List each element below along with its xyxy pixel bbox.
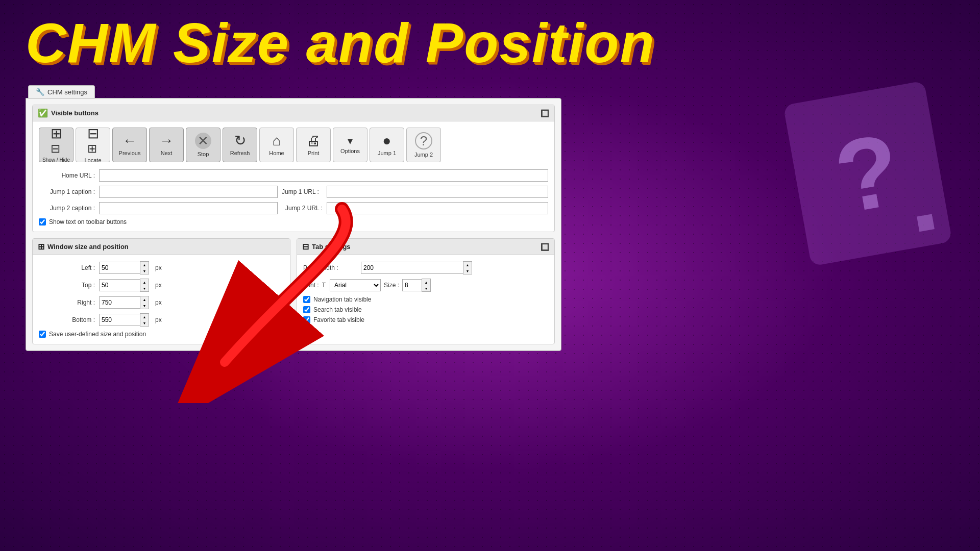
tab-settings-expand[interactable]: 🔲 — [541, 243, 549, 251]
bottom-spinbox-btns: ▲ ▼ — [140, 313, 149, 327]
right-label: Right : — [39, 299, 95, 306]
panel-width-input[interactable]: 200 — [361, 262, 463, 274]
btn-jump2-label: Jump 2 — [414, 152, 433, 158]
btn-options-label: Options — [340, 148, 360, 154]
font-size-up-btn[interactable]: ▲ — [422, 279, 430, 285]
previous-icon: ← — [122, 134, 137, 148]
save-position-label: Save user-defined size and position — [49, 331, 146, 338]
tab-icon: 🔧 — [36, 88, 44, 96]
right-px: px — [155, 299, 162, 306]
top-input[interactable]: 50 — [99, 279, 140, 291]
show-text-checkbox[interactable] — [39, 218, 46, 226]
decoration-square — [917, 214, 935, 232]
btn-previous-label: Previous — [119, 150, 141, 156]
btn-previous[interactable]: ← Previous — [112, 128, 147, 162]
save-position-checkbox[interactable] — [39, 331, 46, 338]
jump1-icon: ● — [383, 134, 391, 148]
search-tab-row: Search tab visible — [303, 306, 548, 313]
panel-width-up-btn[interactable]: ▲ — [463, 262, 472, 268]
left-up-btn[interactable]: ▲ — [140, 262, 149, 268]
jump1-url-input[interactable] — [327, 186, 548, 198]
favorite-tab-row: Favorite tab visible — [303, 316, 548, 323]
bottom-up-btn[interactable]: ▲ — [140, 314, 149, 320]
navigation-tab-checkbox[interactable] — [303, 296, 310, 303]
show-text-row: Show text on toolbar buttons — [39, 218, 548, 226]
right-input[interactable]: 750 — [99, 296, 140, 309]
left-input[interactable]: 50 — [99, 262, 140, 274]
search-tab-label: Search tab visible — [313, 306, 362, 313]
panel-width-spinbox-btns: ▲ ▼ — [463, 261, 472, 274]
home-url-input[interactable] — [99, 169, 548, 182]
tab-settings-body: Panel width : 200 ▲ ▼ Font : T — [297, 255, 554, 330]
btn-refresh[interactable]: ↻ Refresh — [223, 128, 257, 162]
window-size-header: ⊞ Window size and position — [33, 239, 290, 255]
btn-locate-label: Locate — [84, 157, 101, 163]
font-label: Font : — [303, 282, 319, 289]
favorite-tab-label: Favorite tab visible — [313, 316, 364, 323]
bottom-input[interactable]: 550 — [99, 314, 140, 326]
jump1-caption-input[interactable] — [99, 186, 278, 198]
tab-settings-title: ⊟ Tab settings — [302, 242, 351, 252]
btn-jump1[interactable]: ● Jump 1 — [370, 128, 404, 162]
btn-locate[interactable]: ⊟⊞ Locate — [76, 128, 110, 162]
window-size-body: Left : 50 ▲ ▼ px Top : — [33, 255, 290, 344]
jump2-url-input[interactable] — [327, 202, 548, 214]
stop-icon: ✕ — [195, 133, 211, 149]
top-up-btn[interactable]: ▲ — [140, 279, 149, 285]
right-spinbox-btns: ▲ ▼ — [140, 296, 149, 309]
print-icon: 🖨 — [306, 134, 321, 148]
font-size-spinbox: ▲ ▼ — [402, 279, 431, 292]
btn-print-label: Print — [308, 150, 320, 156]
jump2-url-label: Jump 2 URL : — [282, 205, 323, 212]
btn-show-hide[interactable]: ⊞⊟ Show / Hide — [39, 128, 74, 162]
right-down-btn[interactable]: ▼ — [140, 303, 149, 309]
panel-width-row: Panel width : 200 ▲ ▼ — [303, 261, 548, 274]
bottom-down-btn[interactable]: ▼ — [140, 320, 149, 326]
left-down-btn[interactable]: ▼ — [140, 268, 149, 274]
btn-stop-label: Stop — [198, 151, 209, 157]
visible-buttons-body: ⊞⊟ Show / Hide ⊟⊞ Locate ← Previous — [33, 121, 554, 232]
search-tab-checkbox[interactable] — [303, 306, 310, 313]
top-spinbox: 50 ▲ ▼ — [99, 279, 149, 292]
right-up-btn[interactable]: ▲ — [140, 296, 149, 303]
btn-next[interactable]: → Next — [149, 128, 184, 162]
visible-buttons-header: ✅ Visible buttons 🔲 — [33, 105, 554, 121]
home-icon: ⌂ — [273, 134, 281, 148]
jump2-caption-input[interactable] — [99, 202, 278, 214]
tab-bar: 🔧 CHM settings — [26, 82, 561, 98]
options-icon: ▾ — [348, 136, 353, 146]
chm-settings-tab[interactable]: 🔧 CHM settings — [28, 85, 95, 98]
jump2-icon: ? — [415, 132, 432, 149]
btn-show-hide-label: Show / Hide — [42, 157, 70, 163]
left-spinbox: 50 ▲ ▼ — [99, 261, 149, 274]
btn-jump2[interactable]: ? Jump 2 — [406, 128, 441, 162]
tab-label: CHM settings — [47, 88, 87, 96]
favorite-tab-checkbox[interactable] — [303, 316, 310, 323]
visible-buttons-expand[interactable]: 🔲 — [541, 109, 549, 117]
visible-buttons-icon: ✅ — [38, 108, 48, 118]
size-label: Size : — [384, 282, 399, 289]
font-size-input[interactable] — [402, 279, 422, 291]
left-row: Left : 50 ▲ ▼ px — [39, 261, 284, 274]
jump2-caption-label: Jump 2 caption : — [39, 205, 95, 212]
btn-options[interactable]: ▾ Options — [333, 128, 368, 162]
home-url-row: Home URL : — [39, 169, 548, 182]
window-size-icon: ⊞ — [38, 242, 44, 252]
font-size-down-btn[interactable]: ▼ — [422, 285, 430, 291]
btn-home[interactable]: ⌂ Home — [259, 128, 294, 162]
panel-width-down-btn[interactable]: ▼ — [463, 268, 472, 274]
font-select[interactable]: Arial Times New Roman Courier New — [330, 279, 381, 291]
btn-stop[interactable]: ✕ Stop — [186, 128, 220, 162]
show-hide-icon: ⊞⊟ — [51, 127, 62, 155]
top-down-btn[interactable]: ▼ — [140, 285, 149, 291]
bottom-sections: ⊞ Window size and position Left : 50 ▲ ▼ — [32, 238, 555, 344]
window-size-title: ⊞ Window size and position — [38, 242, 129, 252]
toolbar-buttons-row: ⊞⊟ Show / Hide ⊟⊞ Locate ← Previous — [39, 128, 548, 162]
refresh-icon: ↻ — [234, 134, 246, 148]
navigation-tab-row: Navigation tab visible — [303, 296, 548, 303]
btn-print[interactable]: 🖨 Print — [296, 128, 331, 162]
font-T-icon: T — [322, 282, 326, 289]
locate-icon: ⊟⊞ — [87, 127, 99, 155]
tab-settings-section: ⊟ Tab settings 🔲 Panel width : 200 ▲ ▼ — [297, 238, 555, 344]
top-label: Top : — [39, 282, 95, 289]
